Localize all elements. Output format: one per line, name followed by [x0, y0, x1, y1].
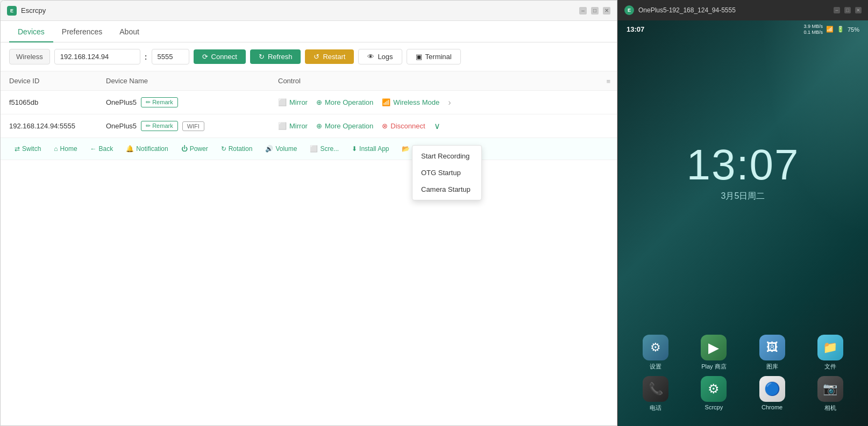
- remark-tag-2[interactable]: ✏ Remark: [141, 121, 178, 131]
- toolbar: Wireless : ⟳ Connect ↻ Refresh ↺ Restart…: [1, 42, 617, 71]
- logs-button[interactable]: 👁 Logs: [358, 49, 402, 64]
- start-recording-item[interactable]: Start Recording: [412, 148, 481, 164]
- power-action[interactable]: ⏻ Power: [176, 142, 214, 155]
- scrcpy-app-icon: ⚙: [701, 376, 727, 402]
- restart-button[interactable]: ↺ Restart: [305, 49, 354, 64]
- home-action[interactable]: ⌂ Home: [48, 142, 82, 155]
- volume-icon: 🔊: [265, 145, 273, 153]
- device-control-cell: ⬜ Mirror ⊕ More Operation 📶 Wireless Mod…: [269, 91, 617, 114]
- settings-app-icon: ⚙: [643, 335, 668, 360]
- filter-icon[interactable]: ≡: [606, 77, 610, 85]
- mirror-button-2[interactable]: ⬜ Mirror: [278, 122, 308, 130]
- app-item-photos[interactable]: 🖼 图库: [753, 335, 791, 371]
- signal-icon: 🔋: [837, 26, 844, 33]
- terminal-button[interactable]: ▣ Terminal: [407, 49, 461, 64]
- port-input[interactable]: [152, 49, 189, 64]
- more-operation-button-1[interactable]: ⊕ More Operation: [316, 98, 373, 106]
- notification-action[interactable]: 🔔 Notification: [120, 142, 173, 155]
- app-row-1: ⚙ 设置 ▶ Play 商店 🖼 图库 📁 文件: [627, 335, 859, 371]
- table-row: f51065db OnePlus5 ✏ Remark ⬜ Mirror: [1, 91, 617, 114]
- phone-app-label: 电话: [650, 404, 661, 412]
- switch-icon: ⇄: [15, 145, 20, 153]
- app-item-files[interactable]: 📁 文件: [812, 335, 849, 371]
- disconnect-button[interactable]: ⊗ Disconnect: [382, 122, 425, 130]
- more-operation-button-2[interactable]: ⊕ More Operation: [316, 122, 373, 130]
- back-icon: ←: [90, 145, 97, 153]
- volume-action[interactable]: 🔊 Volume: [260, 142, 302, 155]
- mirror-button-1[interactable]: ⬜ Mirror: [278, 98, 308, 106]
- play-store-icon: ▶: [701, 335, 727, 360]
- phone-close-button[interactable]: ✕: [855, 7, 862, 13]
- app-item-scrcpy[interactable]: ⚙ Scrcpy: [695, 376, 732, 412]
- tab-preferences[interactable]: Preferences: [53, 21, 111, 42]
- switch-action[interactable]: ⇄ Switch: [9, 142, 46, 155]
- escrcpy-window: E Escrcpy – □ ✕ Devices Preferences Abou…: [0, 0, 617, 426]
- more-op-icon: ⊕: [316, 98, 322, 106]
- app-item-settings[interactable]: ⚙ 设置: [637, 335, 674, 371]
- otg-startup-item[interactable]: OTG Startup: [412, 164, 481, 181]
- refresh-button[interactable]: ↻ Refresh: [250, 49, 301, 64]
- expand-button-2[interactable]: ∨: [434, 121, 440, 131]
- device-id-cell: f51065db: [1, 91, 97, 114]
- device-control-cell-2: ⬜ Mirror ⊕ More Operation ⊗ Disconnect: [269, 114, 617, 138]
- logs-icon: 👁: [367, 53, 374, 61]
- phone-maximize-button[interactable]: □: [844, 7, 851, 13]
- app-row-2: 📞 电话 ⚙ Scrcpy 🔵 Chrome 📷 相机: [627, 376, 859, 412]
- clock-time: 13:07: [686, 143, 799, 186]
- close-button[interactable]: ✕: [603, 7, 610, 15]
- title-bar-left: E Escrcpy: [7, 6, 46, 16]
- maximize-button[interactable]: □: [591, 7, 599, 15]
- connect-button[interactable]: ⟳ Connect: [194, 49, 246, 64]
- devices-list: Device ID Device Name Control ≡ f51065db: [1, 71, 617, 160]
- screen-icon: ⬜: [310, 145, 318, 153]
- restart-icon: ↺: [314, 53, 319, 61]
- refresh-icon: ↻: [259, 53, 265, 61]
- screen-action[interactable]: ⬜ Scre...: [304, 142, 344, 155]
- app-item-chrome[interactable]: 🔵 Chrome: [753, 376, 791, 412]
- table-row: 192.168.124.94:5555 OnePlus5 ✏ Remark WI…: [1, 114, 617, 138]
- app-icon: E: [7, 6, 17, 16]
- device-name-cell-2: OnePlus5 ✏ Remark WIFI: [97, 114, 269, 138]
- device-table: Device ID Device Name Control ≡ f51065db: [1, 71, 617, 425]
- phone-title-left: E OnePlus5-192_168_124_94-5555: [624, 5, 736, 15]
- app-item-play[interactable]: ▶ Play 商店: [695, 335, 732, 371]
- expanded-actions-row: ⇄ Switch ⌂ Home ← Back: [1, 138, 617, 160]
- file-icon: 📂: [402, 145, 410, 153]
- camera-startup-item[interactable]: Camera Startup: [412, 181, 481, 198]
- phone-minimize-button[interactable]: –: [834, 7, 840, 13]
- mirror-icon-2: ⬜: [278, 122, 287, 130]
- battery-percent: 75%: [848, 26, 859, 33]
- back-action[interactable]: ← Back: [85, 142, 119, 155]
- camera-app-icon: 📷: [817, 376, 843, 402]
- photos-app-icon: 🖼: [759, 335, 785, 360]
- wireless-mode-button[interactable]: 📶 Wireless Mode: [382, 98, 439, 106]
- phone-app-icon-2: 📞: [643, 376, 668, 402]
- remark-tag[interactable]: ✏ Remark: [141, 97, 178, 107]
- app-title: Escrcpy: [21, 6, 46, 15]
- expand-button-1[interactable]: ›: [448, 98, 451, 107]
- rotation-action[interactable]: ↻ Rotation: [216, 142, 258, 155]
- clock-area: 13:07 3月5日周二: [618, 38, 868, 329]
- col-device-name: Device Name: [97, 71, 269, 91]
- settings-app-label: 设置: [650, 363, 661, 371]
- files-app-label: 文件: [824, 363, 836, 371]
- photos-app-label: 图库: [766, 363, 778, 371]
- app-item-phone[interactable]: 📞 电话: [637, 376, 674, 412]
- app-item-camera[interactable]: 📷 相机: [812, 376, 849, 412]
- device-name-cell: OnePlus5 ✏ Remark: [97, 91, 269, 114]
- minimize-button[interactable]: –: [579, 7, 587, 15]
- terminal-icon: ▣: [416, 53, 422, 61]
- tab-devices[interactable]: Devices: [9, 21, 53, 42]
- status-right: 3.9 MB/s0.1 MB/s 📶 🔋 75%: [803, 24, 859, 35]
- phone-panel: E OnePlus5-192_168_124_94-5555 – □ ✕ 13:…: [617, 0, 868, 426]
- window-controls: – □ ✕: [579, 7, 610, 15]
- install-icon: ⬇: [352, 145, 357, 153]
- colon-separator: :: [145, 53, 147, 61]
- dropdown-menu: Start Recording OTG Startup Camera Start…: [412, 145, 482, 200]
- wifi-status-icon: 📶: [826, 26, 834, 33]
- ip-input[interactable]: [54, 49, 140, 64]
- notification-icon: 🔔: [126, 145, 134, 153]
- network-speed: 3.9 MB/s0.1 MB/s: [803, 24, 823, 35]
- tab-about[interactable]: About: [111, 21, 148, 42]
- install-app-action[interactable]: ⬇ Install App: [346, 142, 394, 155]
